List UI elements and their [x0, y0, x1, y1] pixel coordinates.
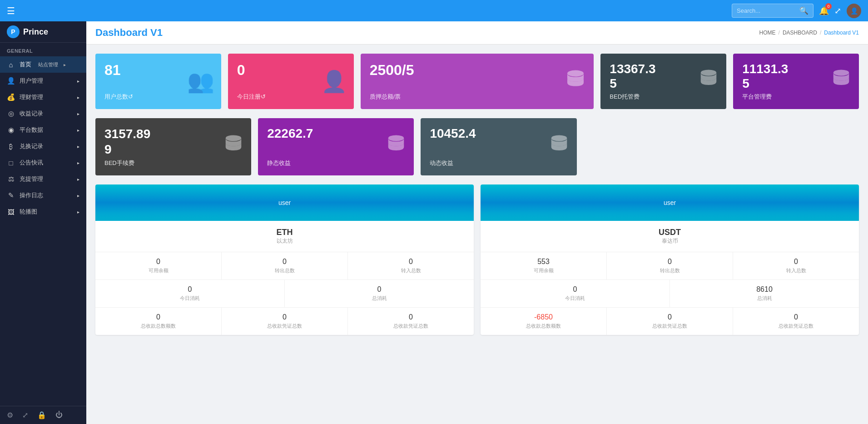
stat-label-bed-fee: BED手续费 [104, 159, 242, 167]
dashboard-body: 81 用户总数↺ 👥 0 今日注册↺ 👤 2500/5 质押总额/票 [86, 45, 868, 344]
eth-title: ETH [104, 228, 465, 237]
stat-card-bed-custody: 13367.35 BED托管费 [600, 54, 726, 109]
usdt-subtitle: 泰达币 [490, 237, 850, 245]
eth-available-label: 可用余额 [100, 267, 217, 274]
eth-today-consume-val: 0 [100, 285, 280, 294]
usdt-total-receipt-amt-val: -6850 [485, 313, 602, 321]
usdt-ocean-bg: user [481, 185, 859, 221]
sidebar-label-exchange: 兑换记录 [20, 142, 43, 150]
sidebar-item-finance-mgmt[interactable]: 💰 理财管理 ▸ [0, 89, 86, 105]
eth-total-receipt-cert2-val: 0 [352, 313, 469, 321]
eth-total-receipt-cert2: 0 总收款凭证总数 [348, 308, 474, 335]
breadcrumb-current: Dashboard V1 [824, 30, 859, 36]
footer-lock-icon[interactable]: 🔒 [37, 411, 46, 419]
sidebar-item-exchange[interactable]: ₿ 兑换记录 ▸ [0, 138, 86, 155]
stat-card-static-income: 22262.7 静态收益 [258, 118, 414, 175]
usdt-total-receipt-cert1: 0 总收款凭证总数 [607, 308, 733, 335]
logo-icon: P [7, 25, 20, 38]
eth-title-area: ETH 以太坊 [95, 221, 474, 252]
search-box[interactable]: 🔍 [732, 4, 813, 18]
home-icon: ⌂ [7, 61, 15, 69]
hamburger-icon[interactable]: ☰ [7, 5, 15, 16]
sidebar-label-carousel: 轮播图 [20, 208, 37, 216]
sidebar-item-announcements[interactable]: □ 公告快讯 ▸ [0, 155, 86, 171]
arrow-finance-mgmt: ▸ [77, 95, 79, 100]
spacer [584, 118, 859, 175]
eth-stats-row2: 0 今日消耗 0 总消耗 [95, 280, 474, 307]
sidebar-label-platform-data: 平台数据 [20, 126, 43, 134]
sidebar-item-user-mgmt[interactable]: 👤 用户管理 ▸ [0, 73, 86, 89]
stat-label-dynamic-income: 动态收益 [430, 159, 567, 167]
stat-value-pledge: 2500/5 [370, 62, 585, 79]
logo-text: Prince [23, 27, 48, 37]
usdt-total-receipt-cert1-label: 总收款凭证总数 [611, 323, 728, 329]
arrow-recharge: ▸ [77, 177, 79, 182]
usdt-total-receipt-cert1-val: 0 [611, 313, 728, 321]
svg-point-5 [551, 135, 567, 141]
stat-label-static-income: 静态收益 [267, 159, 405, 167]
notification-bell[interactable]: 🔔 0 [819, 6, 829, 16]
usdt-transfer-in-label: 转入总数 [738, 267, 854, 274]
finance-icon: 💰 [7, 93, 15, 101]
stat-value-static-income: 22262.7 [267, 126, 405, 141]
eth-ocean-bg: user [95, 185, 474, 221]
notification-badge: 0 [825, 3, 832, 10]
search-icon: 🔍 [799, 6, 808, 15]
usdt-today-consume-label: 今日消耗 [485, 295, 665, 302]
eth-subtitle: 以太坊 [104, 237, 465, 245]
usdt-transfer-in: 0 转入总数 [733, 252, 859, 279]
avatar[interactable]: 👤 [847, 4, 861, 18]
sidebar-item-recharge[interactable]: ⚖ 充提管理 ▸ [0, 171, 86, 187]
eth-today-consume: 0 今日消耗 [95, 280, 285, 307]
sidebar-item-home-label: 首页 [20, 60, 31, 69]
footer-expand-icon[interactable]: ⤢ [22, 411, 28, 419]
eth-stats-row3: 0 总收款总数额数 0 总收款凭证总数 0 总收款凭证总数 [95, 308, 474, 335]
layout: P Prince GENERAL ⌂ 首页 站点管理 ▸ 👤 用户管理 ▸ 💰 … [0, 21, 868, 424]
carousel-icon: 🖼 [7, 208, 15, 216]
page-header: Dashboard V1 HOME / DASHBOARD / Dashboar… [86, 21, 868, 45]
footer-settings-icon[interactable]: ⚙ [7, 411, 13, 419]
usdt-title-area: USDT 泰达币 [481, 221, 859, 252]
svg-point-4 [388, 135, 404, 141]
sidebar-label-announcements: 公告快讯 [20, 159, 43, 167]
usdt-transfer-out-val: 0 [611, 258, 728, 266]
sidebar-item-home[interactable]: ⌂ 首页 站点管理 ▸ [0, 56, 86, 73]
breadcrumb-home[interactable]: HOME [759, 30, 776, 36]
footer-power-icon[interactable]: ⏻ [55, 411, 63, 419]
eth-total-receipt-cert1-val: 0 [226, 313, 343, 321]
header-left: ☰ [7, 5, 15, 16]
svg-point-0 [567, 70, 584, 77]
stat-card-users: 81 用户总数↺ 👥 [95, 54, 221, 109]
eth-transfer-out-label: 转出总数 [226, 267, 343, 274]
usdt-stats-row1: 553 可用余额 0 转出总数 0 转入总数 [481, 252, 859, 279]
expand-icon[interactable]: ⤢ [834, 6, 841, 16]
sidebar-item-carousel[interactable]: 🖼 轮播图 ▸ [0, 204, 86, 220]
arrow-announcements: ▸ [77, 160, 79, 165]
usdt-total-receipt-amt: -6850 总收款总数额数 [481, 308, 607, 335]
breadcrumb: HOME / DASHBOARD / Dashboard V1 [759, 30, 859, 36]
page-title-prefix: D [95, 27, 103, 38]
db-icon-static-income [385, 134, 407, 160]
sidebar-item-operation-log[interactable]: ✎ 操作日志 ▸ [0, 187, 86, 204]
db-icon-dynamic-income [548, 134, 570, 160]
sidebar-sub-arrow: ▸ [64, 62, 66, 67]
sidebar-item-earnings[interactable]: ◎ 收益记录 ▸ [0, 105, 86, 122]
stat-card-pledge: 2500/5 质押总额/票 [361, 54, 594, 109]
stat-label-register: 今日注册↺ [237, 93, 345, 101]
arrow-earnings: ▸ [77, 111, 79, 116]
breadcrumb-dashboard[interactable]: DASHBOARD [783, 30, 817, 36]
sidebar-item-platform-data[interactable]: ◉ 平台数据 ▸ [0, 122, 86, 138]
sidebar-label-finance-mgmt: 理财管理 [20, 93, 43, 101]
eth-ocean-label: user [278, 199, 291, 206]
page-title: Dashboard V1 [95, 27, 163, 39]
usdt-today-consume: 0 今日消耗 [481, 280, 670, 307]
stat-card-dynamic-income: 10452.4 动态收益 [421, 118, 576, 175]
svg-point-3 [226, 135, 242, 141]
search-input[interactable] [737, 7, 796, 14]
usdt-available: 553 可用余额 [481, 252, 607, 279]
recharge-icon: ⚖ [7, 175, 15, 183]
eth-available-val: 0 [100, 258, 217, 266]
sidebar-footer: ⚙ ⤢ 🔒 ⏻ [0, 406, 86, 424]
eth-stats-row1: 0 可用余额 0 转出总数 0 转入总数 [95, 252, 474, 279]
eth-total-receipt-amt-label: 总收款总数额数 [100, 323, 217, 329]
